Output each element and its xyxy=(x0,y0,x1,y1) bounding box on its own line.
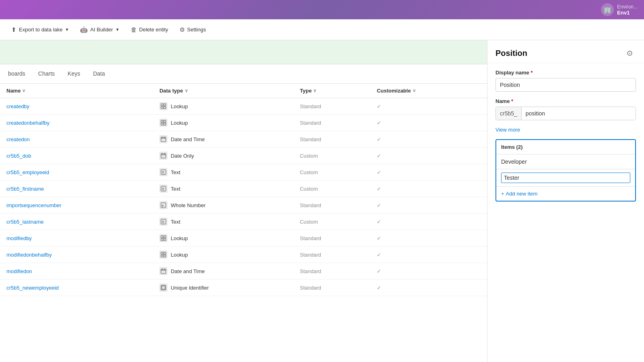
check-icon: ✓ xyxy=(377,120,381,126)
tab-boards[interactable]: boards xyxy=(6,64,27,83)
customizable-sort-icon[interactable]: ∨ xyxy=(413,88,416,93)
datatype-label: Lookup xyxy=(171,235,188,241)
cell-customizable: ✓ xyxy=(370,115,487,131)
tab-data[interactable]: Data xyxy=(91,64,107,83)
datatype-label: Text xyxy=(171,219,180,225)
datatype-label: Lookup xyxy=(171,252,188,258)
cell-name: cr5b5_dob xyxy=(0,148,153,164)
col-customizable: Customizable ∨ xyxy=(370,84,487,98)
datatype-icon: T xyxy=(159,185,167,193)
export-label: Export to data lake xyxy=(19,27,62,33)
right-panel-header: Position ⊙ xyxy=(487,40,644,63)
svg-text:T: T xyxy=(162,220,164,224)
check-icon: ✓ xyxy=(377,153,381,159)
right-panel-body: Display name * Name * cr5b5_ View more xyxy=(487,63,644,208)
content-area: boards Charts Keys Data Name ∨ xyxy=(0,40,644,362)
cell-datatype: Lookup xyxy=(153,98,293,115)
ai-builder-button[interactable]: 🤖 AI Builder ▼ xyxy=(75,24,124,36)
svg-rect-2 xyxy=(161,107,163,109)
table-row: modifiedonDate and TimeStandard✓ xyxy=(0,263,487,280)
cell-datatype: Lookup xyxy=(153,230,293,247)
svg-rect-25 xyxy=(164,236,166,238)
name-prefix: cr5b5_ xyxy=(496,107,522,120)
svg-rect-31 xyxy=(164,255,166,257)
item-tester-input[interactable] xyxy=(501,173,630,183)
cell-name: createdonbehalfby xyxy=(0,115,153,131)
add-new-item-btn[interactable]: + Add new item xyxy=(496,187,635,201)
tab-keys[interactable]: Keys xyxy=(66,64,82,83)
svg-rect-26 xyxy=(161,239,163,241)
datatype-icon xyxy=(159,135,167,143)
display-name-label: Display name * xyxy=(495,70,636,76)
right-panel: Position ⊙ Display name * Name * cr5b5_ xyxy=(487,40,644,362)
svg-rect-27 xyxy=(164,239,166,241)
table-row: cr5b5_dobDate OnlyCustom✓ xyxy=(0,148,487,164)
name-group: Name * cr5b5_ xyxy=(495,98,636,120)
tab-charts[interactable]: Charts xyxy=(37,64,56,83)
datatype-icon xyxy=(159,119,167,127)
close-button[interactable]: ⊙ xyxy=(623,47,636,60)
cell-customizable: ✓ xyxy=(370,197,487,214)
delete-label: Delete entity xyxy=(139,27,168,33)
cell-type: Standard xyxy=(293,230,370,247)
check-icon: ✓ xyxy=(377,268,381,274)
name-label: Name * xyxy=(495,98,636,104)
datatype-icon xyxy=(159,251,167,259)
svg-rect-5 xyxy=(164,120,166,122)
fields-table: Name ∨ Data type ∨ Type xyxy=(0,84,487,296)
cell-name: createdon xyxy=(0,131,153,148)
datatype-icon: T xyxy=(159,168,167,176)
datatype-label: Lookup xyxy=(171,103,188,109)
export-button[interactable]: ⬆ Export to data lake ▼ xyxy=(6,24,74,36)
cell-customizable: ✓ xyxy=(370,263,487,280)
table-row: cr5b5_employeeidTTextCustom✓ xyxy=(0,164,487,181)
item-developer[interactable]: Developer xyxy=(496,154,635,169)
svg-rect-32 xyxy=(161,269,166,274)
settings-icon: ⚙ xyxy=(180,26,185,33)
datatype-icon: # xyxy=(159,201,167,209)
green-banner xyxy=(0,40,487,64)
view-more-link[interactable]: View more xyxy=(495,127,636,133)
cell-customizable: ✓ xyxy=(370,280,487,296)
add-new-item-plus: + xyxy=(501,191,504,197)
name-sort-icon[interactable]: ∨ xyxy=(22,88,25,93)
svg-rect-30 xyxy=(161,255,163,257)
check-icon: ✓ xyxy=(377,219,381,225)
svg-rect-12 xyxy=(161,154,166,158)
svg-rect-28 xyxy=(161,252,163,254)
datatype-label: Date Only xyxy=(171,153,194,159)
col-name: Name ∨ xyxy=(0,84,153,98)
check-icon: ✓ xyxy=(377,235,381,241)
datatype-sort-icon[interactable]: ∨ xyxy=(185,88,188,93)
datatype-label: Date and Time xyxy=(171,268,205,274)
name-field-row: cr5b5_ xyxy=(495,107,636,120)
cell-name: importsequencenumber xyxy=(0,197,153,214)
cell-datatype: Unique Identifier xyxy=(153,280,293,296)
cell-customizable: ✓ xyxy=(370,131,487,148)
datatype-label: Date and Time xyxy=(171,136,205,142)
cell-customizable: ✓ xyxy=(370,230,487,247)
check-icon: ✓ xyxy=(377,136,381,142)
datatype-icon xyxy=(159,267,167,275)
table-row: modifiedonbehalfbyLookupStandard✓ xyxy=(0,247,487,263)
cell-name: cr5b5_employeeid xyxy=(0,164,153,181)
cell-datatype: Lookup xyxy=(153,115,293,131)
type-sort-icon[interactable]: ∨ xyxy=(313,88,316,93)
table-row: modifiedbyLookupStandard✓ xyxy=(0,230,487,247)
settings-button[interactable]: ⚙ Settings xyxy=(175,24,211,36)
svg-rect-7 xyxy=(164,123,166,125)
cell-type: Standard xyxy=(293,98,370,115)
cell-type: Custom xyxy=(293,214,370,230)
ai-builder-icon: 🤖 xyxy=(80,26,88,33)
datatype-icon xyxy=(159,102,167,110)
col-datatype: Data type ∨ xyxy=(153,84,293,98)
svg-text:#: # xyxy=(162,204,164,208)
datatype-label: Lookup xyxy=(171,120,188,126)
display-name-input[interactable] xyxy=(495,78,636,92)
delete-button[interactable]: 🗑 Delete entity xyxy=(126,24,173,35)
svg-text:T: T xyxy=(162,187,164,191)
cell-datatype: TText xyxy=(153,214,293,230)
name-suffix-input[interactable] xyxy=(522,107,636,120)
cell-type: Standard xyxy=(293,263,370,280)
item-tester-edit xyxy=(496,169,635,187)
